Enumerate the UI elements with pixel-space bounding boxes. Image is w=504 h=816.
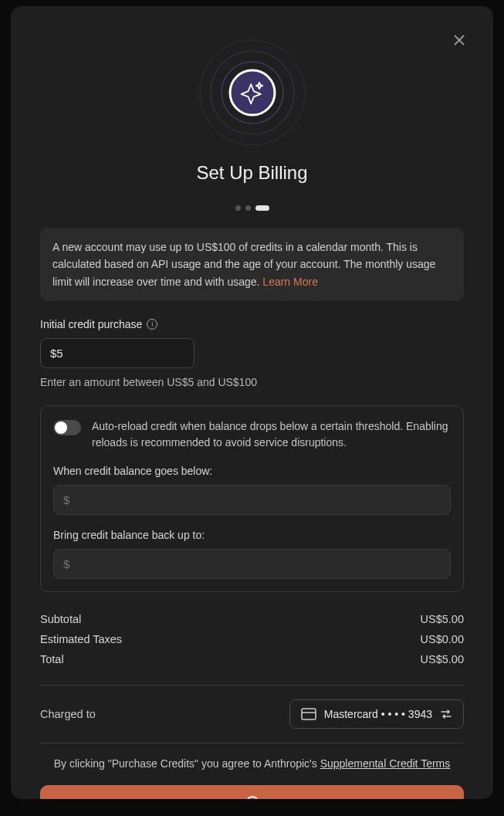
step-indicator xyxy=(40,205,464,211)
close-button[interactable] xyxy=(452,32,467,48)
billing-modal: Set Up Billing A new account may use up … xyxy=(11,6,493,799)
auto-reload-description: Auto-reload credit when balance drops be… xyxy=(92,418,451,451)
close-icon xyxy=(453,34,465,46)
terms-link[interactable]: Supplemental Credit Terms xyxy=(320,757,451,770)
info-box: A new account may use up to US$100 of cr… xyxy=(40,228,464,301)
charged-to-label: Charged to xyxy=(40,708,96,720)
info-icon[interactable]: i xyxy=(147,319,157,330)
subtotal-value: US$5.00 xyxy=(421,613,464,625)
subtotal-row: Subtotal US$5.00 xyxy=(40,609,464,629)
svg-rect-6 xyxy=(302,709,316,720)
below-threshold-label: When credit balance goes below: xyxy=(53,465,451,477)
terms-prefix: By clicking "Purchase Credits" you agree… xyxy=(54,757,320,770)
info-text: A new account may use up to US$100 of cr… xyxy=(52,241,435,288)
auto-reload-toggle[interactable] xyxy=(53,420,81,435)
modal-title: Set Up Billing xyxy=(40,162,464,184)
card-text: Mastercard • • • • 3943 xyxy=(324,708,432,720)
total-row: Total US$5.00 xyxy=(40,649,464,669)
total-value: US$5.00 xyxy=(421,653,464,665)
tax-label: Estimated Taxes xyxy=(40,633,122,645)
loading-spinner-icon xyxy=(245,796,259,799)
payment-method-chip[interactable]: Mastercard • • • • 3943 xyxy=(289,699,464,729)
subtotal-label: Subtotal xyxy=(40,613,81,625)
upto-label: Bring credit balance back up to: xyxy=(53,529,451,541)
tax-row: Estimated Taxes US$0.00 xyxy=(40,629,464,649)
step-dot-3-active xyxy=(255,205,269,211)
auto-reload-box: Auto-reload credit when balance drops be… xyxy=(40,405,464,592)
divider-2 xyxy=(40,743,464,743)
credit-help-text: Enter an amount between US$5 and US$100 xyxy=(40,376,464,388)
sparkle-rings-icon xyxy=(198,39,306,147)
step-dot-1 xyxy=(235,205,241,211)
card-icon xyxy=(301,708,316,720)
below-threshold-input[interactable] xyxy=(53,485,451,515)
step-dot-2 xyxy=(245,205,251,211)
total-label: Total xyxy=(40,653,64,665)
tax-value: US$0.00 xyxy=(421,633,464,645)
learn-more-link[interactable]: Learn More xyxy=(262,276,318,288)
summary-section: Subtotal US$5.00 Estimated Taxes US$0.00… xyxy=(40,609,464,669)
purchase-button[interactable] xyxy=(40,785,464,799)
upto-input[interactable] xyxy=(53,549,451,579)
svg-point-5 xyxy=(230,70,275,115)
credit-amount-input[interactable] xyxy=(40,338,194,368)
hero-icon-container xyxy=(40,39,464,147)
credit-label-row: Initial credit purchase i xyxy=(40,318,464,330)
divider xyxy=(40,685,464,686)
terms-text: By clicking "Purchase Credits" you agree… xyxy=(40,757,464,770)
swap-icon xyxy=(440,708,452,720)
credit-label: Initial credit purchase xyxy=(40,318,142,330)
toggle-knob xyxy=(55,422,67,434)
charged-to-row: Charged to Mastercard • • • • 3943 xyxy=(40,699,464,729)
